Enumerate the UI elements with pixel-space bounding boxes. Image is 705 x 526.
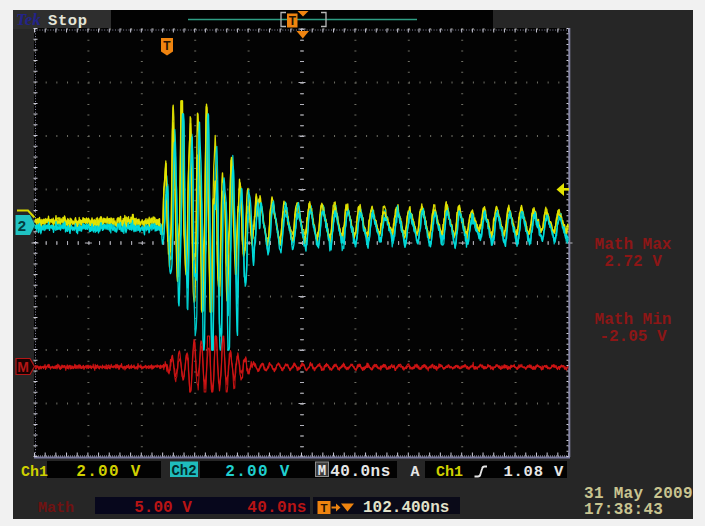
svg-text:T: T — [320, 502, 327, 514]
svg-text:17:38:43: 17:38:43 — [584, 501, 663, 519]
svg-text:M: M — [318, 463, 326, 479]
svg-text:40.0ns: 40.0ns — [330, 463, 391, 481]
svg-text:2: 2 — [18, 217, 26, 234]
svg-text:M: M — [17, 359, 29, 375]
svg-text:Ch1: Ch1 — [21, 464, 48, 481]
svg-text:40.0ns: 40.0ns — [247, 499, 306, 517]
svg-text:5.00 V: 5.00 V — [134, 499, 192, 517]
svg-text:Math Min: Math Min — [595, 311, 672, 329]
svg-text:-2.05 V: -2.05 V — [599, 328, 667, 346]
svg-text:T: T — [163, 39, 171, 53]
svg-text:102.400ns: 102.400ns — [363, 499, 449, 517]
svg-text:Ch1: Ch1 — [436, 464, 463, 481]
svg-text:Tek: Tek — [16, 10, 41, 29]
svg-text:2.72 V: 2.72 V — [604, 253, 662, 271]
svg-text:A: A — [410, 464, 419, 481]
svg-text:Stop: Stop — [48, 12, 88, 30]
svg-text:Math Max: Math Max — [595, 236, 672, 254]
svg-text:T: T — [289, 14, 297, 28]
svg-text:Ch2: Ch2 — [171, 463, 196, 479]
svg-text:2.00 V: 2.00 V — [225, 463, 290, 481]
svg-text:2.00 V: 2.00 V — [76, 463, 141, 481]
svg-text:Math: Math — [38, 500, 74, 517]
svg-text:1.08 V: 1.08 V — [503, 463, 564, 481]
